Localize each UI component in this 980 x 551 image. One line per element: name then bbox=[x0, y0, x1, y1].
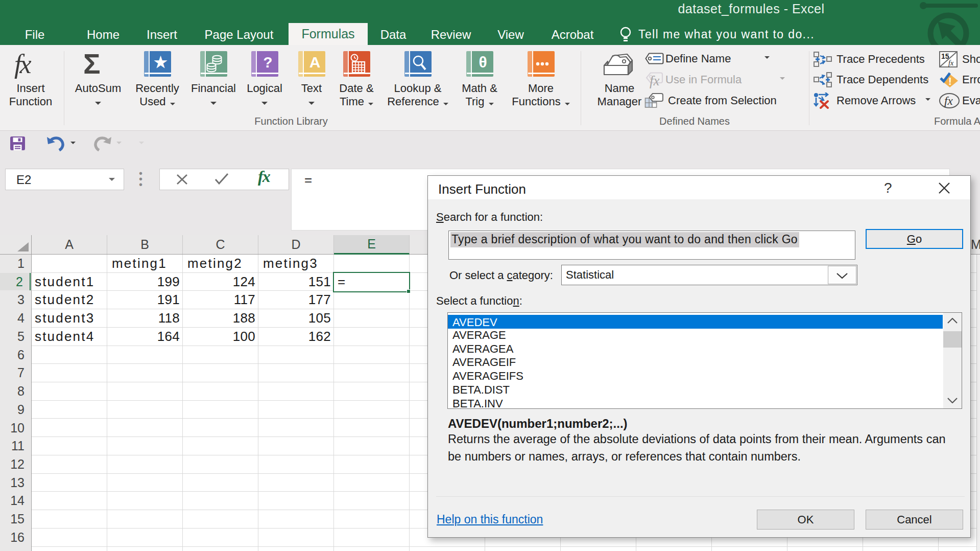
svg-text:fx: fx bbox=[944, 95, 953, 107]
svg-text:!: ! bbox=[948, 76, 952, 87]
svg-text:fx: fx bbox=[948, 59, 954, 67]
